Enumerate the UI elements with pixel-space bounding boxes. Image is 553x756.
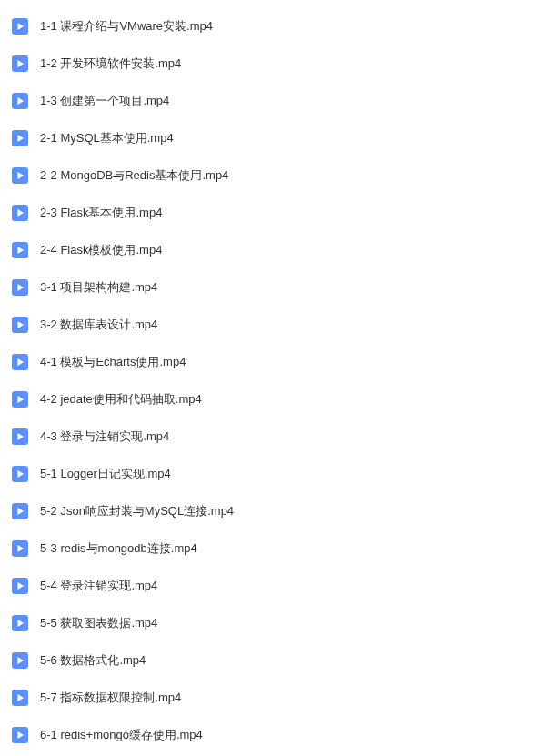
file-name: 2-1 MySQL基本使用.mp4 xyxy=(40,130,174,146)
file-name: 2-2 MongoDB与Redis基本使用.mp4 xyxy=(40,167,228,184)
file-list: 1-1 课程介绍与VMware安装.mp4 1-2 开发环境软件安装.mp4 1… xyxy=(0,7,553,756)
file-row[interactable]: 5-6 数据格式化.mp4 xyxy=(0,641,553,679)
file-row[interactable]: 2-2 MongoDB与Redis基本使用.mp4 xyxy=(0,156,553,194)
file-name: 3-1 项目架构构建.mp4 xyxy=(40,279,157,296)
file-row[interactable]: 3-1 项目架构构建.mp4 xyxy=(0,268,553,306)
file-name: 2-3 Flask基本使用.mp4 xyxy=(40,205,162,221)
video-file-icon xyxy=(11,465,29,483)
file-row[interactable]: 1-2 开发环境软件安装.mp4 xyxy=(0,45,553,82)
file-name: 5-2 Json响应封装与MySQL连接.mp4 xyxy=(40,503,234,519)
file-row[interactable]: 4-3 登录与注销实现.mp4 xyxy=(0,418,553,455)
file-name: 4-3 登录与注销实现.mp4 xyxy=(40,428,169,445)
file-name: 4-1 模板与Echarts使用.mp4 xyxy=(40,354,186,370)
file-row[interactable]: 6-1 redis+mongo缓存使用.mp4 xyxy=(0,716,553,753)
file-row[interactable]: 5-7 指标数据权限控制.mp4 xyxy=(0,679,553,716)
file-name: 5-5 获取图表数据.mp4 xyxy=(40,615,157,631)
file-row[interactable]: 2-4 Flask模板使用.mp4 xyxy=(0,231,553,268)
file-name: 5-4 登录注销实现.mp4 xyxy=(40,578,157,594)
file-name: 6-1 redis+mongo缓存使用.mp4 xyxy=(40,727,203,743)
video-file-icon xyxy=(11,204,29,222)
video-file-icon xyxy=(11,166,29,185)
video-file-icon xyxy=(11,129,29,147)
video-file-icon xyxy=(11,539,29,558)
file-name: 2-4 Flask模板使用.mp4 xyxy=(40,242,162,258)
file-row[interactable]: 1-3 创建第一个项目.mp4 xyxy=(0,82,553,119)
file-row[interactable]: 4-2 jedate使用和代码抽取.mp4 xyxy=(0,380,553,418)
file-row[interactable]: 5-3 redis与mongodb连接.mp4 xyxy=(0,529,553,567)
video-file-icon xyxy=(11,92,29,110)
file-row[interactable]: 3-2 数据库表设计.mp4 xyxy=(0,306,553,343)
video-file-icon xyxy=(11,577,29,595)
video-file-icon xyxy=(11,353,29,371)
file-row[interactable]: 2-1 MySQL基本使用.mp4 xyxy=(0,119,553,156)
file-row[interactable]: 1-1 课程介绍与VMware安装.mp4 xyxy=(0,7,553,45)
file-row[interactable]: 5-2 Json响应封装与MySQL连接.mp4 xyxy=(0,492,553,529)
file-name: 5-1 Logger日记实现.mp4 xyxy=(40,466,171,482)
file-row[interactable]: 5-4 登录注销实现.mp4 xyxy=(0,567,553,604)
video-file-icon xyxy=(11,17,29,35)
file-name: 1-2 开发环境软件安装.mp4 xyxy=(40,55,181,72)
file-name: 4-2 jedate使用和代码抽取.mp4 xyxy=(40,391,202,408)
video-file-icon xyxy=(11,55,29,73)
file-name: 5-6 数据格式化.mp4 xyxy=(40,652,146,669)
video-file-icon xyxy=(11,726,29,744)
video-file-icon xyxy=(11,651,29,670)
file-row[interactable]: 4-1 模板与Echarts使用.mp4 xyxy=(0,343,553,380)
file-name: 1-3 创建第一个项目.mp4 xyxy=(40,93,169,109)
video-file-icon xyxy=(11,278,29,297)
video-file-icon xyxy=(11,316,29,334)
file-name: 5-7 指标数据权限控制.mp4 xyxy=(40,690,181,706)
video-file-icon xyxy=(11,428,29,446)
file-row[interactable]: 2-3 Flask基本使用.mp4 xyxy=(0,194,553,231)
video-file-icon xyxy=(11,689,29,707)
video-file-icon xyxy=(11,614,29,632)
file-name: 3-2 数据库表设计.mp4 xyxy=(40,317,157,333)
file-name: 1-1 课程介绍与VMware安装.mp4 xyxy=(40,18,213,35)
file-name: 5-3 redis与mongodb连接.mp4 xyxy=(40,540,197,557)
video-file-icon xyxy=(11,502,29,520)
video-file-icon xyxy=(11,390,29,408)
file-row[interactable]: 5-1 Logger日记实现.mp4 xyxy=(0,455,553,492)
file-row[interactable]: 5-5 获取图表数据.mp4 xyxy=(0,604,553,641)
video-file-icon xyxy=(11,241,29,259)
